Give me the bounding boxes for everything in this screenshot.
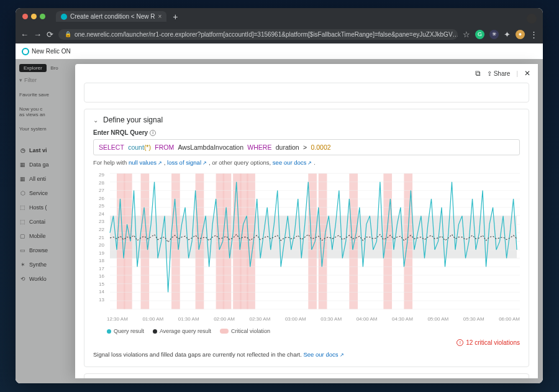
chart-note: Signal loss violations and filled data g…	[93, 351, 520, 358]
signal-chart: 2928272625242322212019181716151413 12:30…	[93, 172, 520, 322]
reload-icon[interactable]: ⟳	[47, 30, 53, 39]
modal-panel: ⧉ ⇪ Share | ✕ ⌄ Define your signal Enter…	[75, 64, 538, 378]
help-text: For help with null values ↗ , loss of si…	[93, 159, 520, 166]
next-card-placeholder	[84, 373, 529, 378]
query-label: Enter NRQL Query	[93, 129, 148, 136]
back-icon[interactable]: ←	[20, 30, 29, 39]
tab-title: Create alert condition < New R	[70, 13, 155, 20]
min-dot[interactable]	[31, 14, 37, 19]
extensions-icon[interactable]: ✦	[504, 30, 511, 39]
chevron-down-icon[interactable]: ⌄	[93, 117, 98, 124]
violations-count[interactable]: ! 12 critical violations	[93, 339, 520, 346]
window-controls[interactable]	[19, 14, 48, 19]
copy-icon[interactable]: ⧉	[475, 69, 481, 78]
app-header: New Relic ON	[16, 43, 543, 59]
address-bar[interactable]: 🔒 one.newrelic.com/launcher/nr1-core.exp…	[58, 29, 458, 40]
ext-icon-2[interactable]: ✳	[489, 30, 499, 39]
legend-pill-crit	[220, 329, 229, 334]
max-dot[interactable]	[40, 14, 45, 19]
brand-logo-icon	[22, 48, 29, 55]
close-modal-icon[interactable]: ✕	[524, 69, 530, 78]
null-values-link[interactable]: null values ↗	[129, 159, 162, 166]
star-icon[interactable]: ☆	[463, 30, 470, 39]
lock-icon: 🔒	[65, 31, 71, 37]
menu-icon[interactable]: ⋮	[530, 30, 538, 39]
loss-of-signal-link[interactable]: loss of signal ↗	[167, 159, 207, 166]
brand-text: New Relic ON	[32, 48, 71, 55]
note-docs-link[interactable]: See our docs ↗	[304, 351, 344, 358]
legend-dot-query	[107, 329, 111, 334]
share-button[interactable]: ⇪ Share	[487, 70, 510, 77]
tab-favicon	[61, 14, 67, 20]
close-dot[interactable]	[22, 14, 28, 19]
new-tab-button[interactable]: +	[173, 12, 178, 22]
browser-tab[interactable]: Create alert condition < New R ×	[56, 11, 166, 22]
ext-icon-3[interactable]: ●	[516, 30, 525, 39]
ext-icon-1[interactable]: G	[475, 30, 484, 39]
close-tab-icon[interactable]: ×	[158, 13, 161, 20]
section-title: Define your signal	[103, 116, 163, 124]
see-docs-link[interactable]: see our docs ↗	[273, 159, 312, 166]
chart-legend: Query result Average query result Critic…	[93, 328, 520, 334]
info-icon[interactable]: i	[150, 130, 156, 136]
legend-dot-avg	[153, 329, 157, 334]
define-signal-card: ⌄ Define your signal Enter NRQL Query i …	[84, 109, 529, 367]
url-text: one.newrelic.com/launcher/nr1-core.explo…	[75, 31, 458, 38]
nrql-input[interactable]: SELECT count(*) FROM AwsLambdaInvocation…	[93, 139, 520, 155]
forward-icon[interactable]: →	[34, 30, 42, 39]
prev-card-placeholder	[84, 83, 529, 103]
profile-icon[interactable]	[527, 14, 537, 24]
alert-icon: !	[457, 339, 463, 346]
